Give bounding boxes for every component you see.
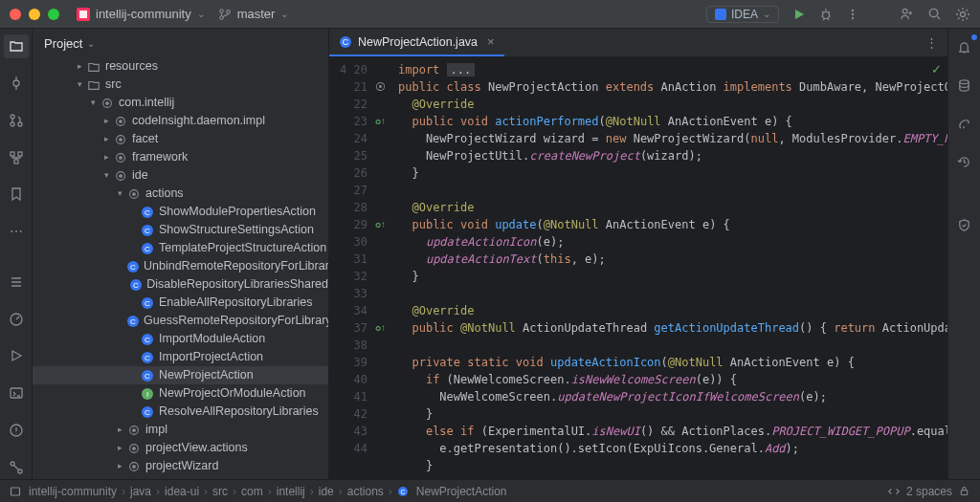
tree-item-label: UnbindRemoteRepositoryForLibrary (144, 257, 328, 275)
class-icon: C (126, 260, 140, 273)
svg-rect-19 (14, 160, 18, 164)
indent-status[interactable]: 2 spaces (906, 485, 952, 498)
svg-rect-5 (715, 9, 726, 20)
tree-item[interactable]: CGuessRemoteRepositoryForLibrary (33, 312, 328, 330)
branch-icon (218, 8, 232, 21)
settings-button[interactable] (955, 7, 970, 22)
minimize-window-button[interactable] (29, 9, 40, 20)
coverage-tool-button[interactable] (952, 212, 977, 237)
tree-item[interactable]: CEnableAllRepositoryLibraries (33, 294, 328, 312)
tree-arrow-icon[interactable]: ▸ (100, 130, 113, 148)
tree-item[interactable]: CDisableRepositoryLibrariesShared (33, 275, 328, 294)
gradle-tool-button[interactable] (952, 111, 977, 136)
commit-tool-button[interactable] (4, 72, 29, 96)
class-icon: C (140, 296, 155, 310)
vcs-tool-button[interactable] (4, 455, 29, 479)
breadcrumb-segment[interactable]: src (212, 485, 228, 498)
tree-item[interactable]: ▸projectWizard (33, 457, 328, 475)
profiler-tool-button[interactable] (4, 307, 29, 331)
tree-arrow-icon[interactable]: ▸ (113, 439, 126, 457)
tree-item[interactable]: ▸resources (33, 57, 328, 76)
tree-item[interactable]: ▾ide (33, 166, 328, 185)
breadcrumb-segment[interactable]: intellij (277, 485, 305, 498)
right-tool-stripe (947, 29, 980, 479)
breadcrumb-segment[interactable]: java (130, 485, 151, 498)
breadcrumb[interactable]: intellij-community›java›idea-ui›src›com›… (10, 485, 507, 498)
tree-item[interactable]: ▸impl (33, 421, 328, 439)
problems-tool-button[interactable] (4, 419, 29, 443)
lock-icon[interactable] (958, 485, 970, 497)
more-tools-button[interactable]: ⋯ (4, 220, 29, 244)
project-tool-button[interactable] (4, 34, 29, 58)
breadcrumb-segment[interactable]: idea-ui (165, 485, 199, 498)
svg-rect-18 (18, 152, 22, 156)
tree-item[interactable]: CShowStructureSettingsAction (33, 221, 328, 239)
svg-text:C: C (145, 208, 150, 217)
tree-arrow-icon[interactable]: ▸ (73, 57, 86, 76)
tree-item[interactable]: CUnbindRemoteRepositoryForLibrary (33, 257, 328, 275)
close-window-button[interactable] (10, 9, 21, 20)
package-icon (113, 133, 128, 146)
tree-item[interactable]: INewProjectOrModuleAction (33, 384, 328, 403)
tree-item[interactable]: CResolveAllRepositoryLibraries (33, 403, 328, 421)
remote-indicator-icon[interactable] (887, 485, 901, 498)
tree-arrow-icon[interactable]: ▾ (113, 185, 126, 203)
tree-arrow-icon[interactable]: ▸ (113, 421, 126, 439)
tree-item[interactable]: CShowModulePropertiesAction (33, 203, 328, 221)
editor-more-button[interactable]: ⋮ (925, 35, 938, 50)
pull-requests-tool-button[interactable] (4, 109, 29, 133)
tree-item[interactable]: ▸framework (33, 148, 328, 166)
tree-item[interactable]: ▸projectView.actions (33, 439, 328, 457)
more-actions-button[interactable] (846, 8, 859, 21)
tree-item[interactable]: CImportModuleAction (33, 330, 328, 348)
bookmarks-tool-button[interactable] (4, 183, 29, 207)
project-panel-header[interactable]: Project ⌄ (33, 29, 328, 57)
notifications-tool-button[interactable] (952, 34, 977, 59)
breadcrumb-segment[interactable]: ide (319, 485, 334, 498)
tree-item[interactable]: CImportProjectAction (33, 348, 328, 366)
run-button[interactable] (792, 8, 806, 21)
editor-tab-label: NewProjectAction.java (358, 35, 478, 49)
terminal-tool-button[interactable] (4, 382, 29, 405)
tree-item[interactable]: ▾src (33, 76, 328, 94)
tree-arrow-icon[interactable]: ▸ (100, 148, 113, 166)
run-config-dropdown[interactable]: IDEA ⌄ (706, 6, 779, 23)
code-with-me-button[interactable] (900, 7, 914, 21)
breadcrumb-segment[interactable]: com (241, 485, 263, 498)
tree-arrow-icon[interactable]: ▾ (86, 94, 100, 112)
services-tool-button[interactable] (4, 344, 29, 368)
recent-changes-tool-button[interactable] (952, 149, 977, 174)
tree-item[interactable]: ▸codeInsight.daemon.impl (33, 112, 328, 130)
project-dropdown[interactable]: intellij-community ⌄ (77, 7, 205, 21)
breadcrumb-segment[interactable]: intellij-community (29, 485, 117, 498)
inspections-indicator[interactable]: ✓ (931, 62, 942, 76)
search-everywhere-button[interactable] (927, 7, 942, 21)
tree-arrow-icon[interactable]: ▸ (100, 112, 113, 130)
code-area[interactable]: ✓ 4 20 21 22 23 24 25 26 27 28 29 30 31 … (329, 57, 947, 479)
tree-item[interactable]: CTemplateProjectStructureAction (33, 239, 328, 257)
package-icon (126, 442, 142, 455)
database-tool-button[interactable] (952, 73, 977, 98)
tree-item[interactable]: ▾actions (33, 185, 328, 203)
tree-arrow-icon[interactable]: ▾ (100, 166, 113, 185)
svg-point-8 (852, 12, 854, 14)
svg-point-23 (11, 462, 14, 466)
tree-item[interactable]: ▾com.intellij (33, 94, 328, 112)
breadcrumb-separator: › (268, 485, 272, 498)
tree-item[interactable]: ▸facet (33, 130, 328, 148)
zoom-window-button[interactable] (48, 9, 59, 20)
structure-tool-button[interactable] (4, 145, 29, 169)
editor-tab[interactable]: C NewProjectAction.java × (329, 29, 504, 56)
vcs-branch-dropdown[interactable]: master ⌄ (218, 7, 289, 21)
debug-button[interactable] (819, 8, 833, 21)
tree-arrow-icon[interactable]: ▾ (73, 76, 86, 94)
project-tree[interactable]: ▸resources▾src▾com.intellij▸codeInsight.… (33, 57, 328, 479)
tree-arrow-icon[interactable]: ▸ (113, 457, 126, 475)
close-tab-button[interactable]: × (487, 34, 495, 49)
code-text[interactable]: import ... public class NewProjectAction… (398, 57, 947, 479)
todo-tool-button[interactable] (4, 271, 29, 295)
breadcrumb-segment[interactable]: actions (347, 485, 384, 498)
tree-item-selected[interactable]: CNewProjectAction (33, 366, 328, 384)
class-icon: C (129, 278, 143, 292)
breadcrumb-segment[interactable]: NewProjectAction (416, 485, 507, 498)
